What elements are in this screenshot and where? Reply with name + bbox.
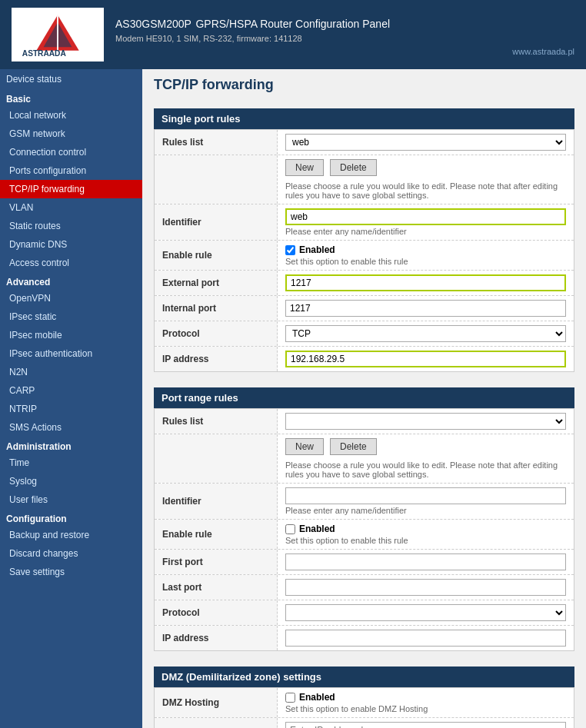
single-enable-rule-hint: Set this option to enable this rule (285, 257, 566, 266)
sidebar-item-vlan[interactable]: VLAN (0, 198, 142, 217)
dmz-host-ip-row: DMZ host IP address Enter IP address her… (155, 718, 574, 728)
single-rules-hint: Please choose a rule you would like to e… (285, 181, 566, 200)
range-enable-rule-text: Enabled (299, 524, 335, 534)
range-rules-hint: Please choose a rule you would like to e… (285, 460, 566, 479)
range-protocol-select[interactable]: TCP UDP TCP+UDP (285, 604, 566, 621)
range-ip-address-label: IP address (155, 626, 278, 650)
sidebar-item-discard-changes[interactable]: Discard changes (0, 544, 142, 563)
range-identifier-hint: Please enter any name/identifier (285, 506, 566, 515)
sidebar-section-advanced: Advanced (0, 272, 142, 289)
header-title: AS30GSM200P GPRS/HSPA Router Configurati… (115, 14, 574, 32)
sidebar-item-connection-control[interactable]: Connection control (0, 143, 142, 161)
single-port-body: Rules list web New Delete (154, 129, 574, 372)
sidebar-item-openvpn[interactable]: OpenVPN (0, 289, 142, 307)
sidebar-item-ports-configuration[interactable]: Ports configuration (0, 161, 142, 180)
single-identifier-value: Please enter any name/identifier (278, 204, 574, 240)
port-range-section: Port range rules Rules list (154, 387, 574, 651)
range-last-port-input[interactable] (285, 579, 566, 596)
sidebar-item-save-settings[interactable]: Save settings (0, 563, 142, 581)
single-protocol-value: TCP UDP TCP+UDP (278, 321, 574, 346)
range-enable-rule-checkbox[interactable] (285, 524, 295, 534)
single-enable-rule-value: Enabled Set this option to enable this r… (278, 241, 574, 270)
single-port-section: Single port rules Rules list web (154, 108, 574, 372)
single-enable-rule-label: Enable rule (155, 241, 278, 270)
header-info: AS30GSM200P GPRS/HSPA Router Configurati… (115, 14, 574, 56)
single-port-header: Single port rules (154, 108, 574, 129)
range-identifier-label: Identifier (155, 484, 278, 519)
dmz-hosting-hint: Set this option to enable DMZ Hosting (285, 704, 566, 713)
sidebar-section-configuration: Configuration (0, 509, 142, 526)
single-new-button[interactable]: New (285, 159, 324, 176)
range-ip-address-input[interactable] (285, 630, 566, 647)
model-name: AS30GSM200P (115, 18, 191, 30)
single-ip-address-input[interactable] (285, 351, 566, 367)
range-enable-rule-hint: Set this option to enable this rule (285, 536, 566, 545)
sidebar-item-dynamic-dns[interactable]: Dynamic DNS (0, 235, 142, 254)
page-header: ASTRAADA AS30GSM200P GPRS/HSPA Router Co… (0, 0, 586, 69)
sidebar-item-ipsec-static[interactable]: IPsec static (0, 307, 142, 326)
sidebar-item-static-routes[interactable]: Static routes (0, 217, 142, 235)
single-buttons-label-empty (155, 155, 278, 204)
range-ip-address-row: IP address (155, 626, 574, 650)
single-ip-address-row: IP address (155, 347, 574, 371)
sidebar-item-n2n[interactable]: N2N (0, 363, 142, 381)
dmz-host-ip-value: Enter IP address here (278, 718, 574, 728)
single-protocol-select[interactable]: TCP UDP TCP+UDP (285, 325, 566, 342)
dmz-section: DMZ (Demilitarized zone) settings DMZ Ho… (154, 667, 574, 728)
single-rules-list-value: web (278, 130, 574, 155)
sidebar-item-tcpip-forwarding[interactable]: TCP/IP forwarding (0, 180, 142, 198)
range-identifier-input[interactable] (285, 487, 566, 504)
range-enable-rule-value: Enabled Set this option to enable this r… (278, 520, 574, 549)
dmz-host-ip-label: DMZ host IP address (155, 718, 278, 728)
sidebar-item-access-control[interactable]: Access control (0, 254, 142, 272)
single-identifier-label: Identifier (155, 204, 278, 240)
range-buttons-label-empty (155, 434, 278, 483)
single-external-port-input[interactable] (285, 274, 566, 291)
sidebar-item-device-status[interactable]: Device status (0, 69, 142, 89)
single-delete-button[interactable]: Delete (330, 159, 377, 176)
sidebar-item-ntrip[interactable]: NTRIP (0, 400, 142, 418)
sidebar-item-user-files[interactable]: User files (0, 490, 142, 509)
single-buttons-value: New Delete Please choose a rule you woul… (278, 155, 574, 204)
range-rules-list-label: Rules list (155, 409, 278, 434)
logo-area: ASTRAADA (12, 8, 104, 61)
single-protocol-row: Protocol TCP UDP TCP+UDP (155, 321, 574, 347)
range-new-button[interactable]: New (285, 438, 324, 455)
sidebar-item-time[interactable]: Time (0, 454, 142, 472)
single-protocol-label: Protocol (155, 321, 278, 346)
single-external-port-label: External port (155, 271, 278, 295)
astraada-logo: ASTRAADA (15, 12, 100, 58)
range-rules-list-select[interactable] (285, 413, 566, 430)
dmz-hosting-checkbox[interactable] (285, 693, 295, 703)
range-buttons-row: New Delete Please choose a rule you woul… (155, 434, 574, 484)
main-content: TCP/IP forwarding Single port rules Rule… (142, 69, 586, 728)
sidebar-item-syslog[interactable]: Syslog (0, 472, 142, 490)
single-ip-address-label: IP address (155, 347, 278, 371)
header-subtitle-text: GPRS/HSPA Router Configuration Panel (195, 18, 390, 30)
single-buttons-row: New Delete Please choose a rule you woul… (155, 155, 574, 204)
single-enable-rule-checkbox[interactable] (285, 245, 295, 255)
sidebar-item-ipsec-authentication[interactable]: IPsec authentication (0, 344, 142, 363)
sidebar-item-sms-actions[interactable]: SMS Actions (0, 418, 142, 437)
single-enable-rule-text: Enabled (299, 244, 335, 255)
single-identifier-row: Identifier Please enter any name/identif… (155, 204, 574, 241)
sidebar-item-ipsec-mobile[interactable]: IPsec mobile (0, 326, 142, 344)
range-delete-button[interactable]: Delete (330, 438, 377, 455)
single-rules-list-label: Rules list (155, 130, 278, 155)
sidebar-item-backup-restore[interactable]: Backup and restore (0, 526, 142, 544)
sidebar-item-local-network[interactable]: Local network (0, 106, 142, 125)
sidebar: Device status Basic Local network GSM ne… (0, 69, 142, 728)
range-ip-address-value (278, 626, 574, 650)
sidebar-item-carp[interactable]: CARP (0, 381, 142, 400)
range-last-port-value (278, 575, 574, 600)
single-rules-list-select[interactable]: web (285, 134, 566, 151)
page-title: TCP/IP forwarding (154, 77, 574, 97)
sidebar-item-gsm-network[interactable]: GSM network (0, 125, 142, 143)
dmz-header: DMZ (Demilitarized zone) settings (154, 667, 574, 687)
range-first-port-input[interactable] (285, 553, 566, 570)
single-internal-port-input[interactable] (285, 300, 566, 317)
single-identifier-hint: Please enter any name/identifier (285, 227, 566, 236)
range-enable-rule-label: Enable rule (155, 520, 278, 549)
single-identifier-input[interactable] (285, 208, 566, 225)
dmz-host-ip-input[interactable] (285, 722, 566, 728)
